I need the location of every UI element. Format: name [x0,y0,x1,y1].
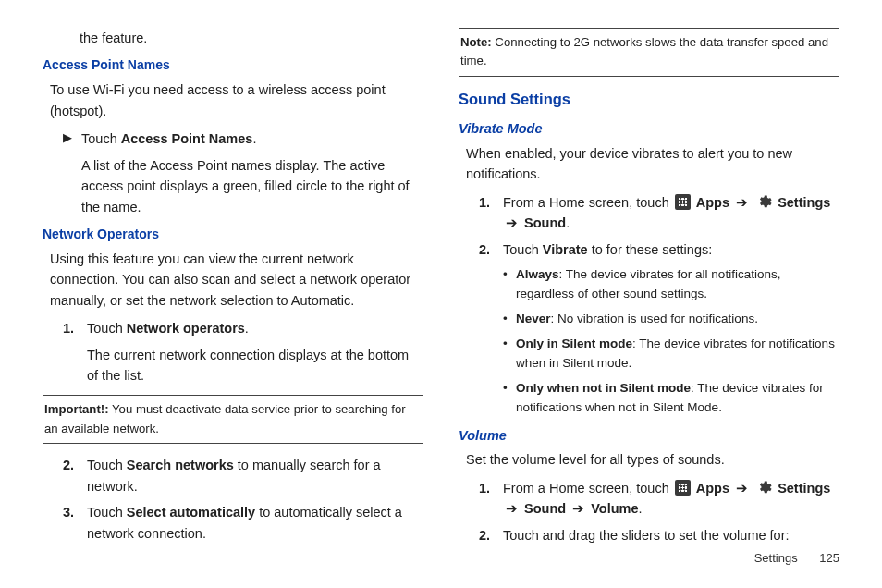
arrow-icon-4: ➔ [506,501,518,516]
vibrate-2-post: to for these settings: [588,242,713,257]
important-box: Important!: You must deactivate data ser… [43,395,423,444]
vibrate-option-silent: • Only in Silent mode: The device vibrat… [503,335,839,374]
note-label: Note: [460,35,492,49]
opt-never-b: Never [516,312,551,325]
netops-step-2: 2. Touch Search networks to manually sea… [63,455,423,496]
vibrate-step-1-body: From a Home screen, touch Apps ➔ Setting… [503,192,839,234]
important-label: Important!: [44,402,109,416]
netops-3-pre: Touch [87,505,127,520]
ol-num-v2: 2. [479,239,503,260]
settings-label-2: Settings [778,481,830,496]
opt-always-b: Always [516,267,559,281]
netops-step-2-body: Touch Search networks to manually search… [87,455,423,496]
apn-step-pre: Touch [81,131,121,146]
right-column: Note: Connecting to 2G networks slows th… [459,28,839,551]
arrow-icon-3: ➔ [736,481,748,496]
vibrate-step-2: 2. Touch Vibrate to for these settings: [479,239,839,260]
heading-sound-settings: Sound Settings [459,88,839,112]
ol-num-3: 3. [63,502,87,544]
volume-intro: Set the volume level for all types of so… [466,449,839,470]
settings-gear-icon [756,480,772,496]
vibrate-option-never: • Never: No vibration is used for notifi… [503,310,839,329]
apps-grid-icon [675,194,691,210]
triangle-bullet-icon: ▶ [63,129,81,217]
volume-step-2: 2. Touch and drag the sliders to set the… [479,525,839,545]
vibrate-step-1: 1. From a Home screen, touch Apps ➔ Sett… [479,192,839,234]
apn-step-bold: Access Point Names [121,131,253,146]
opt-silent-b: Only in Silent mode [516,337,632,350]
apn-step: ▶ Touch Access Point Names. A list of th… [63,129,423,217]
arrow-icon-2: ➔ [506,215,518,230]
vibrate-1-pre: From a Home screen, touch [503,195,673,210]
vibrate-2-pre: Touch [503,242,543,257]
footer-page-number: 125 [819,551,839,565]
apn-step-post: . [252,131,256,146]
volume-label: Volume [591,501,638,516]
note-box-2g: Note: Connecting to 2G networks slows th… [459,28,839,77]
volume-step-1-body: From a Home screen, touch Apps ➔ Setting… [503,478,839,520]
sound-label: Sound [524,215,566,230]
left-column: the feature. Access Point Names To use W… [43,28,423,551]
apn-step-body: Touch Access Point Names. A list of the … [81,129,423,217]
netops-step-3-body: Touch Select automatically to automatica… [87,502,423,544]
ol-num-vol2: 2. [479,525,503,545]
period-2: . [639,501,643,516]
page-columns: the feature. Access Point Names To use W… [43,28,839,551]
apps-label-2: Apps [696,481,729,496]
arrow-icon-5: ➔ [572,501,584,516]
vibrate-2-bold: Vibrate [543,242,588,257]
netops-2-pre: Touch [87,458,127,472]
volume-steps: 1. From a Home screen, touch Apps ➔ Sett… [479,478,839,545]
netops-steps-continued: 2. Touch Search networks to manually sea… [63,455,423,544]
apn-intro: To use Wi-Fi you need access to a wirele… [50,80,423,121]
sound-label-2: Sound [524,501,566,516]
bullet-icon: • [503,310,516,329]
volume-step-2-body: Touch and drag the sliders to set the vo… [503,525,839,545]
bullet-icon: • [503,379,516,418]
netops-step-1-body: Touch Network operators. The current net… [87,318,423,386]
netops-1-desc: The current network connection displays … [87,345,423,386]
fragment-the-feature: the feature. [80,28,423,48]
heading-access-point-names: Access Point Names [43,55,423,76]
ol-num-v1: 1. [479,192,503,234]
vibrate-steps: 1. From a Home screen, touch Apps ➔ Sett… [479,192,839,260]
volume-1-pre: From a Home screen, touch [503,481,673,496]
opt-never-t: : No vibration is used for notifications… [551,312,758,325]
netops-1-pre: Touch [87,321,127,336]
netops-1-post: . [245,321,249,336]
footer-section: Settings [754,551,798,565]
apn-step-desc: A list of the Access Point names display… [81,155,423,217]
ol-num-1: 1. [63,318,87,386]
heading-volume: Volume [459,425,839,446]
period: . [566,215,570,230]
apps-label: Apps [696,195,729,210]
settings-gear-icon [756,194,772,210]
vibrate-option-always: • Always: The device vibrates for all no… [503,265,839,304]
heading-vibrate-mode: Vibrate Mode [459,118,839,139]
settings-label: Settings [778,195,830,210]
note-text: Connecting to 2G networks slows the data… [460,35,828,67]
netops-3-bold: Select automatically [127,505,255,520]
arrow-icon: ➔ [736,195,748,210]
ol-num-2: 2. [63,455,87,496]
bullet-icon: • [503,335,516,374]
heading-network-operators: Network Operators [43,225,423,245]
vibrate-intro: When enabled, your device vibrates to al… [466,143,839,185]
netops-step-1: 1. Touch Network operators. The current … [63,318,423,386]
bullet-icon: • [503,265,516,304]
netops-steps: 1. Touch Network operators. The current … [63,318,423,386]
netops-2-bold: Search networks [127,458,234,472]
netops-1-bold: Network operators [127,321,245,336]
opt-notsilent-b: Only when not in Silent mode [516,381,691,395]
volume-step-1: 1. From a Home screen, touch Apps ➔ Sett… [479,478,839,520]
ol-num-vol1: 1. [479,478,503,520]
vibrate-options: • Always: The device vibrates for all no… [503,265,839,417]
page-footer: Settings 125 [754,549,839,568]
netops-step-3: 3. Touch Select automatically to automat… [63,502,423,544]
vibrate-option-notsilent: • Only when not in Silent mode: The devi… [503,379,839,418]
vibrate-step-2-body: Touch Vibrate to for these settings: [503,239,839,260]
netops-intro: Using this feature you can view the curr… [50,249,423,311]
apps-grid-icon [675,480,691,496]
